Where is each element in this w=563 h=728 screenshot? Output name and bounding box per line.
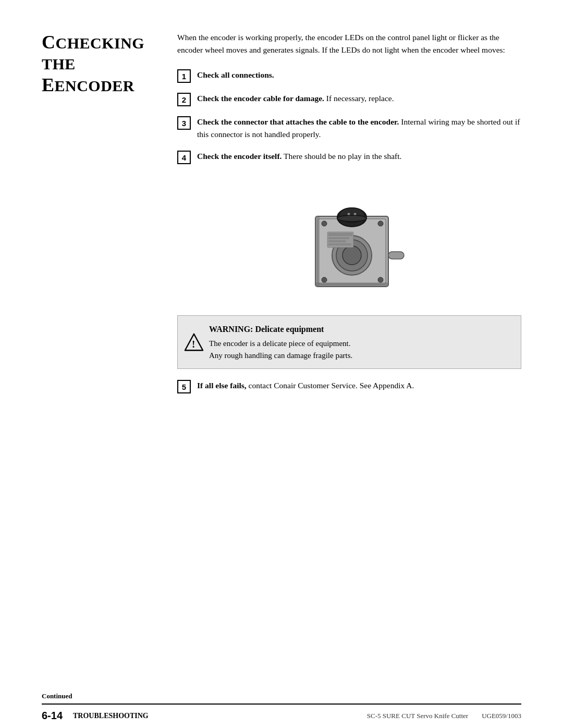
warning-line1: The encoder is a delicate piece of equip… <box>209 339 351 348</box>
page: CChecking the EEncoder When the encoder … <box>0 0 563 728</box>
svg-point-6 <box>378 221 383 226</box>
svg-rect-19 <box>328 233 352 236</box>
step-4: 4 Check the encoder itself. There should… <box>177 150 521 164</box>
step-3-text: Check the connector that attaches the ca… <box>197 116 521 141</box>
intro-paragraph: When the encoder is working properly, th… <box>177 31 521 56</box>
svg-rect-20 <box>328 237 349 239</box>
step-4-number: 4 <box>177 151 191 164</box>
footer-doc-info: SC-5 SURE CUT Servo Knife Cutter UGE059/… <box>367 712 521 720</box>
warning-line2: Any rough handling can damage fragile pa… <box>209 351 352 360</box>
step-5-bold: If all else fails, <box>197 381 247 390</box>
main-content: CChecking the EEncoder When the encoder … <box>42 31 521 671</box>
step-2-bold: Check the encoder cable for damage. <box>197 94 324 103</box>
svg-rect-15 <box>388 252 404 259</box>
footer-page-number: 6-14 <box>42 710 63 722</box>
footer-section-title: Troubleshooting <box>73 712 149 720</box>
step-1: 1 Check all connections. <box>177 69 521 83</box>
svg-point-7 <box>322 277 327 282</box>
step-4-regular: There should be no play in the shaft. <box>282 152 401 161</box>
svg-rect-21 <box>328 240 346 242</box>
svg-point-5 <box>322 221 327 226</box>
step-5-regular: contact Conair Customer Service. See App… <box>247 381 414 390</box>
warning-triangle-icon: ! <box>184 332 204 352</box>
warning-title: WARNING: Delicate equipment <box>209 323 512 336</box>
encoder-image-container <box>177 180 521 305</box>
footer-area: 6-14 Troubleshooting SC-5 SURE CUT Servo… <box>42 704 521 728</box>
encoder-svg <box>287 180 412 305</box>
steps-list-2: 5 If all else fails, contact Conair Cust… <box>177 379 521 393</box>
steps-list: 1 Check all connections. 2 Check the enc… <box>177 69 521 164</box>
step-3-bold: Check the connector that attaches the ca… <box>197 117 399 126</box>
encoder-image <box>287 180 412 305</box>
step-4-bold: Check the encoder itself. <box>197 152 282 161</box>
step-1-number: 1 <box>177 69 191 83</box>
continued-label: Continued <box>42 692 521 700</box>
footer-doc-title: SC-5 SURE CUT Servo Knife Cutter <box>367 712 468 720</box>
step-5: 5 If all else fails, contact Conair Cust… <box>177 379 521 393</box>
footer-doc-number: UGE059/1003 <box>482 712 521 720</box>
svg-rect-17 <box>315 282 388 287</box>
svg-point-4 <box>342 246 361 265</box>
step-3-number: 3 <box>177 116 191 130</box>
section-title: CChecking the EEncoder <box>42 31 156 96</box>
step-3: 3 Check the connector that attaches the … <box>177 116 521 141</box>
svg-rect-16 <box>315 216 320 287</box>
left-column: CChecking the EEncoder <box>42 31 156 671</box>
warning-box: ! WARNING: Delicate equipment The encode… <box>177 315 521 369</box>
step-1-text: Check all connections. <box>197 69 274 81</box>
step-4-text: Check the encoder itself. There should b… <box>197 150 401 163</box>
title-line1: CChecking the <box>42 33 144 73</box>
bottom-section: Continued 6-14 Troubleshooting SC-5 SURE… <box>42 692 521 728</box>
step-1-bold: Check all connections. <box>197 70 274 79</box>
right-column: When the encoder is working properly, th… <box>177 31 521 671</box>
svg-point-14 <box>337 215 366 221</box>
title-line2: EEncoder <box>42 76 134 95</box>
step-2: 2 Check the encoder cable for damage. If… <box>177 92 521 106</box>
step-2-number: 2 <box>177 93 191 106</box>
step-2-regular: If necessary, replace. <box>324 94 394 103</box>
step-5-text: If all else fails, contact Conair Custom… <box>197 379 414 392</box>
svg-text:!: ! <box>192 339 195 350</box>
svg-point-8 <box>378 277 383 282</box>
step-5-number: 5 <box>177 380 191 393</box>
step-2-text: Check the encoder cable for damage. If n… <box>197 92 394 105</box>
svg-rect-22 <box>328 243 351 245</box>
